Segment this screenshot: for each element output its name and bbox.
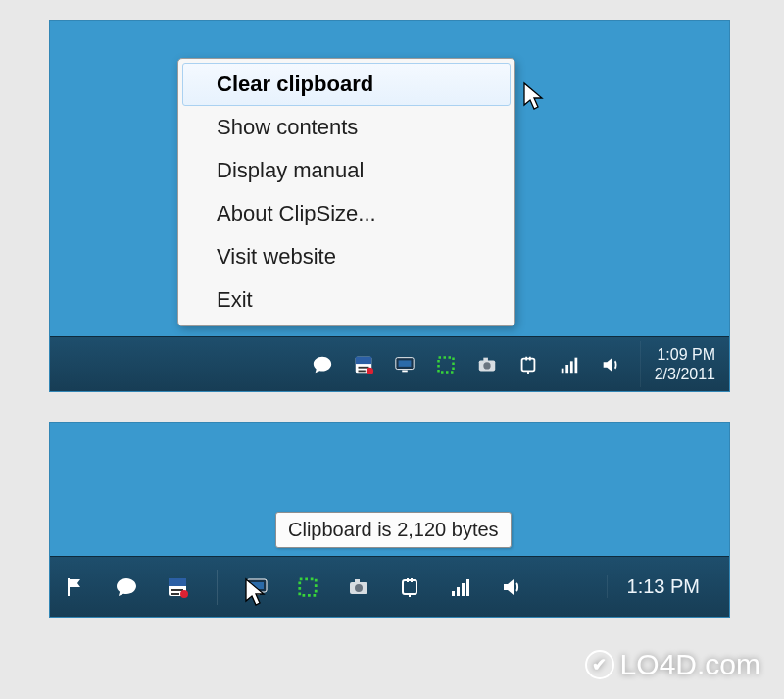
clock-time: 1:13 PM	[627, 575, 700, 597]
menu-item-display-manual[interactable]: Display manual	[182, 149, 511, 192]
tray-tooltip: Clipboard is 2,120 bytes	[275, 512, 512, 548]
svg-point-21	[180, 590, 188, 598]
tray-separator	[217, 570, 218, 605]
volume-icon[interactable]	[599, 353, 622, 376]
menu-item-label: Visit website	[217, 244, 336, 270]
svg-rect-1	[355, 356, 371, 363]
svg-rect-2	[358, 366, 368, 368]
watermark: ✔ LO4D.com	[585, 648, 760, 681]
menu-item-label: Show contents	[217, 115, 358, 140]
menu-item-visit-website[interactable]: Visit website	[182, 235, 511, 278]
svg-rect-3	[358, 370, 365, 372]
svg-rect-6	[398, 360, 411, 366]
clipsize-tray-icon[interactable]	[352, 353, 375, 376]
taskbar: 1:13 PM	[50, 556, 729, 617]
volume-icon[interactable]	[500, 575, 523, 599]
screenshot-bottom: Clipboard is 2,120 bytes	[49, 422, 730, 618]
flag-icon[interactable]	[64, 575, 87, 599]
chat-bubble-icon[interactable]	[311, 353, 334, 376]
svg-rect-23	[250, 582, 264, 589]
svg-rect-8	[438, 357, 453, 372]
watermark-text: LO4D.com	[620, 648, 760, 681]
menu-item-clear-clipboard[interactable]: Clear clipboard	[182, 63, 511, 106]
clock-time: 1:09 PM	[655, 345, 715, 364]
green-square-icon[interactable]	[434, 353, 458, 376]
camera-tray-icon[interactable]	[347, 575, 370, 599]
svg-rect-31	[457, 587, 460, 596]
watermark-icon: ✔	[585, 650, 614, 679]
menu-item-show-contents[interactable]: Show contents	[182, 106, 511, 149]
svg-rect-11	[483, 357, 488, 361]
svg-rect-18	[169, 578, 186, 586]
svg-rect-28	[355, 579, 360, 583]
svg-rect-15	[570, 361, 573, 373]
menu-item-about-clipsize[interactable]: About ClipSize...	[182, 192, 511, 235]
svg-rect-24	[254, 593, 260, 595]
svg-rect-30	[452, 591, 455, 596]
clock-date: 2/3/2011	[655, 365, 715, 383]
svg-rect-7	[402, 370, 408, 372]
tooltip-text: Clipboard is 2,120 bytes	[288, 519, 499, 540]
svg-rect-16	[574, 357, 577, 373]
menu-item-label: Display manual	[217, 158, 364, 183]
chat-bubble-icon[interactable]	[115, 575, 138, 599]
power-plug-icon[interactable]	[398, 575, 421, 599]
svg-rect-20	[172, 593, 179, 595]
network-signal-icon[interactable]	[449, 575, 472, 599]
screenshot-top: Clear clipboard Show contents Display ma…	[49, 20, 730, 392]
svg-rect-33	[466, 579, 469, 596]
taskbar-clock[interactable]: 1:13 PM	[607, 575, 729, 598]
menu-item-exit[interactable]: Exit	[182, 278, 511, 322]
cursor-icon	[522, 81, 546, 111]
svg-rect-19	[172, 589, 183, 591]
tray	[64, 570, 607, 605]
svg-rect-29	[403, 580, 416, 594]
network-signal-icon[interactable]	[558, 353, 581, 376]
svg-point-27	[355, 584, 363, 592]
menu-item-label: Exit	[217, 287, 253, 313]
svg-rect-25	[300, 578, 317, 595]
svg-rect-12	[521, 358, 534, 371]
monitor-tray-icon[interactable]	[393, 353, 416, 376]
svg-rect-14	[565, 365, 568, 373]
tray	[299, 353, 634, 376]
menu-item-label: About ClipSize...	[217, 201, 376, 226]
svg-point-10	[483, 362, 490, 369]
svg-rect-32	[462, 583, 465, 596]
menu-item-label: Clear clipboard	[217, 72, 373, 97]
camera-tray-icon[interactable]	[475, 353, 499, 376]
clipsize-tray-icon[interactable]	[166, 575, 189, 599]
svg-point-4	[366, 367, 372, 374]
taskbar: 1:09 PM 2/3/2011	[50, 336, 729, 391]
context-menu: Clear clipboard Show contents Display ma…	[177, 58, 515, 326]
svg-rect-13	[561, 368, 564, 373]
monitor-tray-icon[interactable]	[245, 575, 269, 599]
taskbar-clock[interactable]: 1:09 PM 2/3/2011	[640, 341, 729, 386]
green-square-icon[interactable]	[296, 575, 319, 599]
power-plug-icon[interactable]	[516, 353, 540, 376]
